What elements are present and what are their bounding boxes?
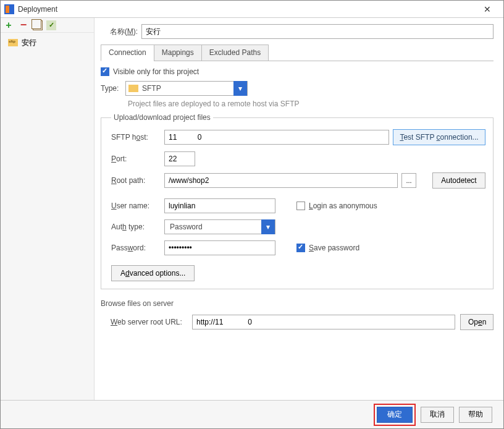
help-button[interactable]: 帮助 [459, 407, 492, 423]
auth-type-label: Auth type: [111, 223, 161, 231]
browse-legend: Browse files on server [101, 299, 494, 308]
web-url-label: Web server root URL: [101, 318, 187, 326]
window-title: Deployment [18, 5, 475, 14]
sftp-host-label: SFTP host: [111, 133, 161, 142]
web-url-input[interactable] [192, 315, 455, 329]
sftp-icon [128, 85, 138, 92]
use-default-icon[interactable]: ✓ [46, 20, 56, 30]
ok-button[interactable]: 确定 [377, 407, 413, 423]
port-label: Port: [111, 155, 161, 163]
auth-type-value: Password [167, 223, 203, 231]
open-button[interactable]: Open [460, 314, 494, 330]
visible-only-label: Visible only for this project [113, 67, 199, 76]
autodetect-button[interactable]: Autodetect [432, 172, 485, 189]
server-tree: 安行 [1, 33, 94, 53]
login-anonymous-label: Login as anonymous [309, 202, 377, 210]
tab-excluded[interactable]: Excluded Paths [201, 45, 269, 61]
password-label: Password: [111, 244, 161, 252]
chevron-down-icon: ▾ [261, 219, 275, 234]
test-connection-button[interactable]: Test SFTP connection... [393, 129, 485, 145]
dialog-footer: 确定 取消 帮助 [1, 400, 503, 428]
type-dropdown[interactable]: SFTP ▾ [125, 81, 248, 96]
tree-item[interactable]: 安行 [3, 36, 91, 49]
password-input[interactable] [164, 240, 275, 255]
browse-root-button[interactable]: ... [401, 173, 416, 188]
save-password-label: Save password [309, 244, 359, 252]
name-input[interactable] [141, 24, 494, 39]
tree-item-label: 安行 [22, 38, 36, 48]
upload-group: Upload/download project files SFTP host:… [101, 113, 494, 289]
tab-connection[interactable]: Connection [101, 45, 154, 61]
copy-icon[interactable] [33, 20, 43, 30]
port-input[interactable] [164, 151, 195, 166]
auth-type-dropdown[interactable]: Password ▾ [164, 219, 275, 234]
add-icon[interactable]: + [3, 20, 14, 31]
root-path-input[interactable] [164, 173, 398, 188]
login-anonymous-checkbox[interactable] [296, 202, 305, 210]
sftp-icon [8, 39, 18, 46]
name-label: 名称(M): [101, 27, 138, 37]
chevron-down-icon: ▾ [233, 81, 247, 96]
tabs: Connection Mappings Excluded Paths [101, 44, 494, 61]
root-path-label: Root path: [111, 176, 161, 185]
advanced-options-button[interactable]: Advanced options... [111, 265, 195, 281]
type-label: Type: [101, 84, 125, 93]
sidebar: + − ✓ 安行 [1, 18, 94, 400]
type-value: SFTP [142, 84, 161, 93]
username-label: User name: [111, 202, 161, 210]
save-password-checkbox[interactable] [296, 244, 305, 252]
sidebar-toolbar: + − ✓ [1, 18, 94, 33]
main-panel: 名称(M): Connection Mappings Excluded Path… [94, 18, 503, 400]
close-button[interactable]: ✕ [475, 1, 500, 18]
visible-only-checkbox[interactable] [101, 67, 109, 76]
cancel-button[interactable]: 取消 [421, 407, 454, 423]
sftp-host-input[interactable] [164, 130, 389, 145]
username-input[interactable] [164, 198, 275, 213]
app-icon [4, 4, 14, 14]
remove-icon[interactable]: − [18, 20, 29, 31]
type-hint: Project files are deployed to a remote h… [128, 100, 494, 108]
ok-highlight: 确定 [374, 404, 416, 426]
titlebar: Deployment ✕ [1, 1, 503, 18]
tab-mappings[interactable]: Mappings [154, 45, 202, 61]
upload-legend: Upload/download project files [111, 113, 213, 122]
